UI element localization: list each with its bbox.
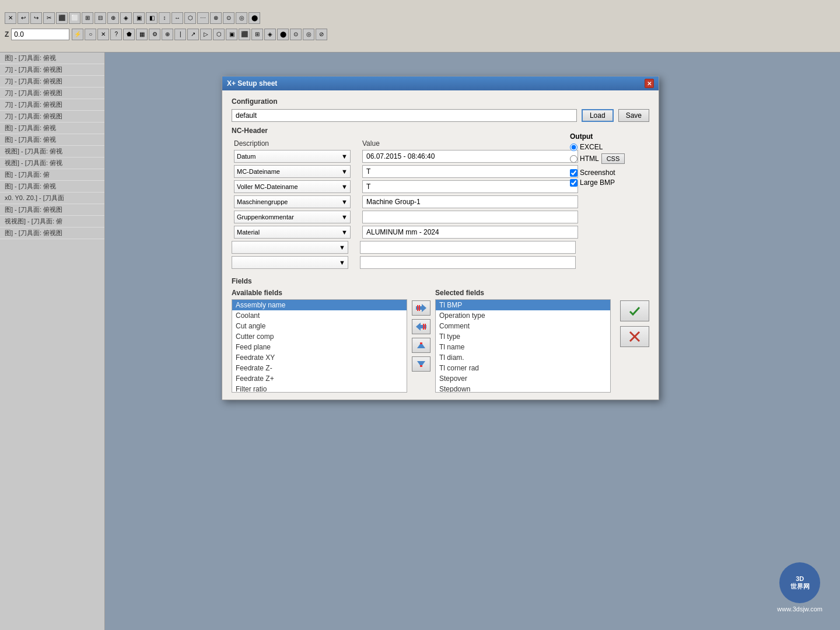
toolbar-icon-a18[interactable]: ⊙ [290, 29, 302, 40]
selected-fields-listbox[interactable]: Tl BMPOperation typeCommentTl typeTl nam… [435, 299, 611, 393]
toolbar-icon-13[interactable]: ↕ [159, 12, 170, 24]
toolbar-icon-a19[interactable]: ◎ [303, 29, 314, 40]
available-field-item-3[interactable]: Cutter comp [232, 331, 407, 342]
cancel-button[interactable] [620, 326, 649, 347]
toolbar-icon-a10[interactable]: ↗ [187, 29, 199, 40]
available-field-item-1[interactable]: Coolant [232, 310, 407, 321]
toolbar-icon-a12[interactable]: ⬡ [213, 29, 225, 40]
toolbar-icon-11[interactable]: ▣ [133, 12, 145, 24]
large-bmp-checkbox[interactable] [570, 179, 578, 187]
toolbar-icon-a5[interactable]: ⬟ [123, 29, 135, 40]
ok-button[interactable] [620, 300, 649, 321]
toolbar-icon-10[interactable]: ◈ [120, 12, 132, 24]
html-radio[interactable] [570, 155, 578, 163]
transfer-right-button[interactable] [412, 300, 430, 316]
nc-value-input-5[interactable] [362, 226, 578, 239]
toolbar-icon-9[interactable]: ⊕ [107, 12, 119, 24]
toolbar-icon-a3[interactable]: ✕ [97, 29, 109, 40]
move-down-button[interactable] [412, 356, 430, 372]
toolbar-icon-a8[interactable]: ⊕ [162, 29, 173, 40]
toolbar-icon-19[interactable]: ◎ [236, 12, 247, 24]
selected-field-item-2[interactable]: Comment [436, 321, 610, 331]
sidebar-item-11[interactable]: 图] - [刀具面: 俯视 [0, 181, 104, 192]
nc-desc-dropdown-empty-7[interactable]: ▼ [232, 256, 348, 269]
sidebar-item-4[interactable]: 刀] - [刀具面: 俯视图 [0, 99, 104, 111]
toolbar-icon-a14[interactable]: ⬛ [239, 29, 250, 40]
toolbar-icon-a7[interactable]: ⚙ [149, 29, 160, 40]
dialog-close-button[interactable]: ✕ [645, 79, 654, 88]
sidebar-item-3[interactable]: 刀] - [刀具面: 俯视图 [0, 88, 104, 99]
toolbar-icon-a4[interactable]: ? [110, 29, 122, 40]
nc-desc-dropdown-2[interactable]: Voller MC-Dateiname▼ [234, 180, 351, 193]
load-button[interactable]: Load [582, 109, 614, 122]
nc-desc-dropdown-3[interactable]: Maschinengruppe▼ [234, 195, 351, 208]
css-button[interactable]: CSS [601, 153, 625, 164]
nc-value-input-0[interactable] [362, 150, 578, 163]
nc-desc-dropdown-4[interactable]: Gruppenkommentar▼ [234, 211, 351, 223]
sidebar-item-15[interactable]: 图] - [刀具面: 俯视图 [0, 228, 104, 239]
move-up-button[interactable] [412, 338, 430, 353]
available-field-item-6[interactable]: Feedrate Z- [232, 363, 407, 373]
toolbar-icon-12[interactable]: ◧ [146, 12, 158, 24]
toolbar-icon-a11[interactable]: ▷ [200, 29, 212, 40]
toolbar-icon-18[interactable]: ⊙ [223, 12, 235, 24]
selected-field-item-1[interactable]: Operation type [436, 310, 610, 321]
selected-field-item-3[interactable]: Tl type [436, 331, 610, 342]
selected-field-item-4[interactable]: Tl name [436, 342, 610, 352]
toolbar-icon-a20[interactable]: ⊘ [316, 29, 327, 40]
toolbar-icon-a1[interactable]: ⚡ [72, 29, 83, 40]
sidebar-item-10[interactable]: 图] - [刀具面: 俯 [0, 169, 104, 181]
available-fields-listbox[interactable]: Assembly nameCoolantCut angleCutter comp… [232, 299, 407, 393]
selected-field-item-0[interactable]: Tl BMP [436, 300, 610, 310]
sidebar-item-14[interactable]: 视视图] - [刀具面: 俯 [0, 216, 104, 228]
toolbar-icon-2[interactable]: ↩ [18, 12, 29, 24]
nc-value-input-2[interactable] [362, 180, 578, 193]
nc-desc-dropdown-empty-6[interactable]: ▼ [232, 241, 348, 254]
nc-value-input-3[interactable] [362, 195, 578, 208]
selected-field-item-8[interactable]: Stepdown [436, 384, 610, 393]
toolbar-icon-a13[interactable]: ▣ [226, 29, 237, 40]
selected-field-item-7[interactable]: Stepover [436, 373, 610, 384]
sidebar-item-2[interactable]: 刀] - [刀具面: 俯视图 [0, 76, 104, 88]
sidebar-item-5[interactable]: 刀] - [刀具面: 俯视图 [0, 111, 104, 123]
screenshot-checkbox[interactable] [570, 169, 578, 177]
sidebar-item-8[interactable]: 视图] - [刀具面: 俯视 [0, 146, 104, 158]
toolbar-icon-a17[interactable]: ⬤ [277, 29, 289, 40]
excel-radio[interactable] [570, 144, 578, 151]
available-field-item-2[interactable]: Cut angle [232, 321, 407, 331]
nc-value-input-7[interactable] [360, 256, 576, 269]
toolbar-icon-17[interactable]: ⊗ [210, 12, 222, 24]
selected-field-item-5[interactable]: Tl diam. [436, 352, 610, 363]
toolbar-icon-4[interactable]: ✂ [43, 12, 55, 24]
nc-value-input-6[interactable] [360, 241, 576, 254]
save-button[interactable]: Save [618, 109, 649, 122]
nc-desc-dropdown-5[interactable]: Material▼ [234, 226, 351, 239]
available-field-item-7[interactable]: Feedrate Z+ [232, 373, 407, 384]
toolbar-icon-a16[interactable]: ◈ [264, 29, 276, 40]
z-input[interactable] [11, 29, 69, 40]
toolbar-icon-a15[interactable]: ⊞ [251, 29, 263, 40]
toolbar-icon-a2[interactable]: ○ [85, 29, 96, 40]
nc-desc-dropdown-0[interactable]: Datum▼ [234, 150, 351, 163]
toolbar-icon-14[interactable]: ↔ [172, 12, 183, 24]
sidebar-item-9[interactable]: 视图] - [刀具面: 俯视 [0, 158, 104, 169]
toolbar-icon-6[interactable]: ⬜ [69, 12, 80, 24]
selected-field-item-6[interactable]: Tl corner rad [436, 363, 610, 373]
sidebar-item-13[interactable]: 图] - [刀具面: 俯视图 [0, 204, 104, 216]
toolbar-icon-a9[interactable]: | [174, 29, 186, 40]
toolbar-icon-5[interactable]: ⬛ [56, 12, 68, 24]
toolbar-icon-a6[interactable]: ▦ [136, 29, 148, 40]
sidebar-item-0[interactable]: 图] - [刀具面: 俯视 [0, 52, 104, 64]
toolbar-icon-15[interactable]: ⬡ [184, 12, 196, 24]
nc-value-input-1[interactable] [362, 165, 578, 178]
toolbar-icon-7[interactable]: ⊞ [82, 12, 93, 24]
sidebar-item-6[interactable]: 图] - [刀具面: 俯视 [0, 123, 104, 134]
sidebar-item-12[interactable]: x0. Y0. Z0.] - [刀具面 [0, 192, 104, 204]
toolbar-icon-8[interactable]: ⊟ [94, 12, 106, 24]
nc-desc-dropdown-1[interactable]: MC-Dateiname▼ [234, 165, 351, 178]
configuration-input[interactable] [232, 109, 577, 122]
available-field-item-8[interactable]: Filter ratio [232, 384, 407, 393]
sidebar-item-7[interactable]: 图] - [刀具面: 俯视 [0, 134, 104, 146]
toolbar-icon-1[interactable]: ✕ [5, 12, 16, 24]
toolbar-icon-16[interactable]: ⋯ [197, 12, 209, 24]
